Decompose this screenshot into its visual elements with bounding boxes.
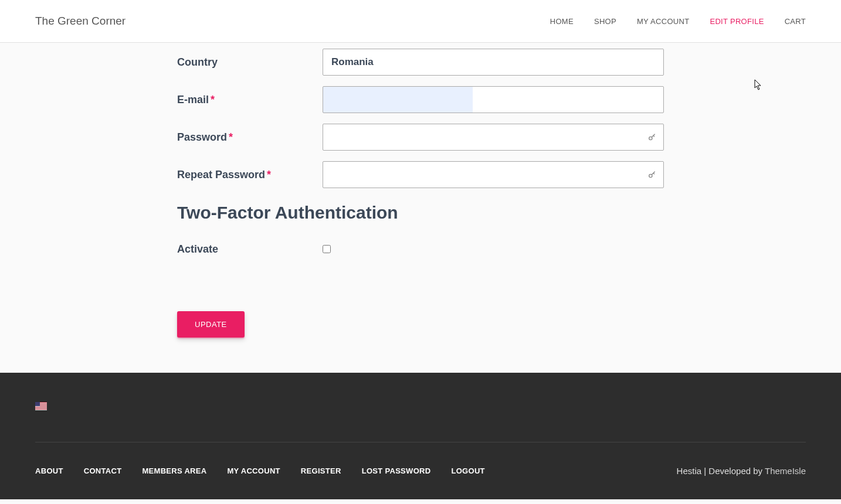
required-star: *: [211, 94, 215, 105]
update-button[interactable]: UPDATE: [177, 311, 245, 338]
password-input[interactable]: [323, 124, 664, 151]
flag-icon[interactable]: [35, 402, 806, 442]
footer-credit: Hestia | Developed by ThemeIsle: [677, 466, 806, 476]
footer-credit-link[interactable]: ThemeIsle: [765, 466, 806, 476]
footer-bottom: ABOUT CONTACT MEMBERS AREA MY ACCOUNT RE…: [35, 466, 806, 476]
footer-link-register[interactable]: REGISTER: [301, 466, 341, 475]
required-star: *: [267, 169, 271, 181]
repeat-password-wrapper: [323, 161, 664, 188]
footer-link-members-area[interactable]: MEMBERS AREA: [142, 466, 206, 475]
nav-cart[interactable]: CART: [785, 17, 806, 26]
svg-rect-8: [35, 408, 47, 409]
footer-link-about[interactable]: ABOUT: [35, 466, 63, 475]
repeat-password-row: Repeat Password*: [177, 161, 664, 188]
required-star: *: [229, 131, 233, 143]
activate-checkbox[interactable]: [323, 245, 331, 253]
footer-link-contact[interactable]: CONTACT: [84, 466, 122, 475]
cursor-icon: [754, 79, 762, 91]
svg-rect-9: [35, 410, 47, 410]
nav-shop[interactable]: SHOP: [594, 17, 616, 26]
country-row: Country: [177, 49, 664, 76]
email-input[interactable]: [323, 86, 664, 113]
password-row: Password*: [177, 124, 664, 151]
country-label: Country: [177, 56, 323, 69]
activate-row: Activate: [177, 243, 664, 256]
header: The Green Corner HOME SHOP MY ACCOUNT ED…: [0, 0, 841, 43]
nav-home[interactable]: HOME: [550, 17, 574, 26]
svg-rect-6: [35, 406, 47, 407]
footer-link-lost-password[interactable]: LOST PASSWORD: [362, 466, 431, 475]
email-label: E-mail*: [177, 94, 323, 106]
activate-label: Activate: [177, 243, 323, 256]
footer-divider: [35, 442, 806, 442]
nav-my-account[interactable]: MY ACCOUNT: [637, 17, 689, 26]
edit-profile-form: Country E-mail* Password* Repeat Passwor…: [177, 43, 664, 373]
repeat-password-label: Repeat Password*: [177, 169, 323, 181]
svg-rect-7: [35, 407, 47, 408]
two-factor-heading: Two-Factor Authentication: [177, 203, 664, 223]
password-label: Password*: [177, 131, 323, 144]
nav-edit-profile[interactable]: EDIT PROFILE: [710, 17, 764, 26]
footer-links: ABOUT CONTACT MEMBERS AREA MY ACCOUNT RE…: [35, 466, 485, 475]
repeat-password-input[interactable]: [323, 161, 664, 188]
email-row: E-mail*: [177, 86, 664, 113]
password-wrapper: [323, 124, 664, 151]
footer-link-logout[interactable]: LOGOUT: [451, 466, 484, 475]
footer: ABOUT CONTACT MEMBERS AREA MY ACCOUNT RE…: [0, 373, 841, 499]
country-input[interactable]: [323, 49, 664, 76]
site-title[interactable]: The Green Corner: [35, 15, 126, 28]
svg-rect-10: [35, 402, 40, 406]
footer-link-my-account[interactable]: MY ACCOUNT: [227, 466, 280, 475]
nav-menu: HOME SHOP MY ACCOUNT EDIT PROFILE CART: [550, 17, 806, 26]
